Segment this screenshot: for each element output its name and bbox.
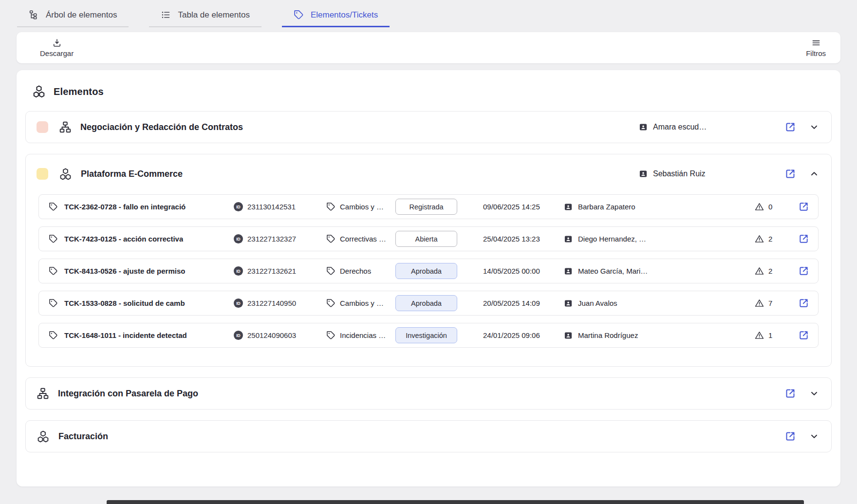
tag-icon (326, 299, 335, 308)
open-external-icon[interactable] (798, 201, 809, 212)
tag-icon (49, 266, 58, 276)
ticket-title-cell: TCK-1533-0828 - solicitud de camb (39, 299, 234, 308)
ticket-assignee-cell: Mateo García, Mari… (563, 266, 755, 276)
section-facturacion: Facturación (25, 420, 832, 452)
ticket-title-cell: TCK-7423-0125 - acción correctiva (39, 234, 234, 243)
ticket-link-cell (789, 233, 818, 244)
ticket-row: TCK-2362-0728 - fallo en integració ID 2… (38, 194, 819, 219)
tag-icon (326, 331, 335, 340)
open-external-icon[interactable] (798, 330, 809, 341)
ticket-list: TCK-2362-0728 - fallo en integració ID 2… (26, 193, 831, 366)
ticket-title: TCK-1648-1011 - incidente detectad (64, 331, 187, 339)
ticket-id-cell: ID 250124090603 (234, 331, 326, 340)
chevron-down-icon[interactable] (809, 388, 820, 399)
assignee-badge-icon (563, 234, 573, 244)
tag-icon (49, 299, 58, 308)
ticket-assignee: Diego Hernandez, … (578, 235, 646, 243)
ticket-category-cell: Correctivas … (326, 234, 395, 243)
chevron-down-icon[interactable] (809, 122, 820, 132)
bottom-window-edge (107, 500, 804, 504)
section-header[interactable]: Plataforma E-Commerce Sebastián Ruiz (26, 154, 831, 193)
tag-icon (326, 234, 335, 243)
chevron-up-icon[interactable] (809, 168, 820, 179)
warning-icon (755, 266, 764, 276)
warning-count: 2 (768, 267, 772, 275)
ticket-row: TCK-7423-0125 - acción correctiva ID 231… (38, 226, 819, 251)
ticket-id: 231227132621 (247, 267, 296, 275)
ticket-warnings-cell: 2 (755, 266, 789, 276)
ticket-row: TCK-8413-0526 - ajuste de permiso ID 231… (38, 259, 819, 283)
section-negociacion-contratos: Negociación y Redacción de Contratos Ama… (25, 111, 832, 143)
warning-count: 1 (768, 331, 772, 339)
section-assignee: Sebastián Ruiz (638, 169, 784, 179)
ticket-date: 24/01/2025 09:06 (483, 331, 563, 339)
cubes-icon (32, 85, 46, 98)
ticket-category-cell: Cambios y … (326, 299, 395, 308)
ticket-link-cell (789, 298, 818, 309)
panel-header: Elementos (25, 85, 832, 98)
status-badge: Abierta (395, 231, 457, 247)
warning-icon (755, 299, 764, 308)
ticket-status-cell: Aprobada (395, 295, 483, 311)
id-icon: ID (234, 202, 243, 211)
tab-elementos-tickets[interactable]: Elementos/Tickets (282, 7, 390, 27)
ticket-date: 20/05/2025 14:09 (483, 299, 563, 307)
ticket-category-cell: Cambios y … (326, 202, 395, 211)
ticket-status-cell: Aprobada (395, 263, 483, 279)
status-badge: Aprobada (395, 263, 457, 279)
assignee-badge-icon (638, 169, 648, 179)
section-assignee: Amara escud… (638, 122, 784, 132)
tag-icon (326, 202, 335, 211)
ticket-category: Derechos (340, 267, 371, 275)
ticket-assignee-cell: Juan Avalos (563, 299, 755, 308)
ticket-warnings-cell: 7 (755, 299, 789, 308)
open-external-icon[interactable] (784, 430, 796, 442)
open-external-icon[interactable] (784, 121, 796, 133)
filters-button[interactable]: Filtros (806, 38, 826, 57)
ticket-id-cell: ID 231227140950 (234, 299, 326, 308)
assignee-name: Amara escud… (653, 123, 707, 131)
elements-panel: Elementos Negociación y Redacción de Con… (17, 70, 840, 486)
ticket-id: 231227140950 (247, 299, 296, 307)
section-header[interactable]: Facturación (26, 421, 831, 452)
ticket-title: TCK-8413-0526 - ajuste de permiso (64, 267, 185, 275)
download-button[interactable]: Descargar (40, 38, 74, 57)
tab-label: Tabla de elementos (178, 10, 249, 20)
open-external-icon[interactable] (798, 298, 809, 309)
ticket-category: Incidencias … (340, 331, 386, 339)
tag-icon (49, 331, 58, 340)
tag-icon (49, 202, 58, 211)
ticket-id: 250124090603 (247, 331, 296, 339)
ticket-date: 09/06/2025 14:25 (483, 203, 563, 211)
open-external-icon[interactable] (798, 265, 809, 277)
cubes-icon (59, 168, 72, 181)
warning-icon (755, 331, 764, 340)
warning-count: 2 (768, 235, 772, 243)
section-header[interactable]: Negociación y Redacción de Contratos Ama… (26, 112, 831, 143)
ticket-category: Cambios y … (340, 203, 384, 211)
open-external-icon[interactable] (784, 168, 796, 180)
panel-title: Elementos (54, 86, 104, 97)
ticket-date: 14/05/2025 00:00 (483, 267, 563, 275)
ticket-assignee: Barbara Zapatero (578, 203, 635, 211)
list-icon (161, 10, 171, 20)
ticket-id: 231130142531 (247, 203, 296, 211)
tab-tabla-de-elementos[interactable]: Tabla de elementos (149, 7, 261, 27)
assignee-badge-icon (563, 331, 573, 340)
section-title: Integración con Pasarela de Pago (58, 389, 198, 399)
tab-arbol-de-elementos[interactable]: Árbol de elementos (17, 7, 129, 27)
id-icon: ID (234, 234, 243, 243)
assignee-badge-icon (563, 299, 573, 308)
open-external-icon[interactable] (798, 233, 809, 244)
section-plataforma-ecommerce: Plataforma E-Commerce Sebastián Ruiz TCK… (25, 154, 832, 367)
open-external-icon[interactable] (784, 388, 796, 399)
ticket-assignee-cell: Diego Hernandez, … (563, 234, 755, 244)
ticket-assignee-cell: Barbara Zapatero (563, 202, 755, 212)
filters-icon (811, 38, 821, 48)
chevron-down-icon[interactable] (809, 431, 820, 442)
ticket-category: Cambios y … (340, 299, 384, 307)
ticket-id: 231227132327 (247, 235, 296, 243)
ticket-link-cell (789, 201, 818, 212)
download-icon (52, 38, 62, 48)
section-header[interactable]: Integración con Pasarela de Pago (26, 378, 831, 409)
